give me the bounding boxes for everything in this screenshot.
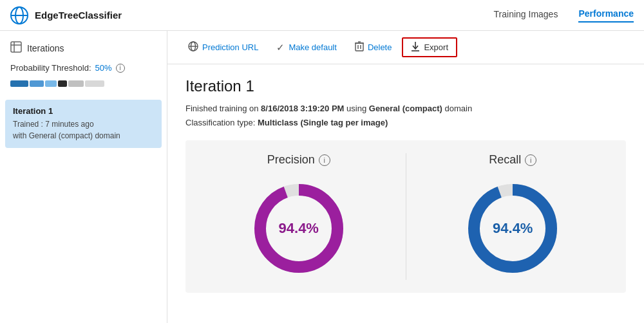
header: EdgeTreeClassifier Training Images Perfo… (0, 0, 644, 31)
threshold-info-icon[interactable]: i (116, 64, 125, 73)
training-info-domain-suffix: domain (442, 104, 472, 113)
training-info-line2: Classification type: Multiclass (Single … (185, 116, 626, 130)
checkmark-icon: ✓ (276, 42, 285, 53)
iteration-card-sub1: Trained : 7 minutes ago (13, 118, 154, 130)
iteration-title: Iteration 1 (185, 77, 626, 95)
nav-performance[interactable]: Performance (578, 8, 634, 23)
delete-label: Delete (368, 42, 392, 52)
globe-icon (188, 41, 198, 53)
training-info-line1: Finished training on 8/16/2018 3:19:20 P… (185, 102, 626, 116)
precision-donut: 94.4% (247, 177, 350, 280)
app-title: EdgeTreeClassifier (35, 10, 122, 21)
app-logo-area: EdgeTreeClassifier (10, 6, 494, 24)
threshold-label: Probability Threshold: (10, 63, 91, 73)
precision-label: Precision (267, 153, 315, 167)
metrics-section: Precision i 94.4% (185, 140, 626, 293)
iteration-card-title: Iteration 1 (13, 106, 154, 116)
main-layout: Iterations Probability Threshold: 50% i … (0, 31, 644, 323)
iterations-icon (10, 41, 22, 55)
bar-seg-1 (10, 80, 28, 87)
export-label: Export (424, 42, 448, 52)
sidebar: Iterations Probability Threshold: 50% i … (0, 31, 167, 323)
recall-label: Recall (489, 153, 521, 167)
recall-donut: 94.4% (461, 177, 564, 280)
prediction-url-button[interactable]: Prediction URL (180, 37, 266, 57)
prediction-url-label: Prediction URL (202, 42, 258, 52)
training-info-classification-prefix: Classification type: (185, 118, 258, 127)
bar-seg-6 (85, 80, 104, 87)
iteration-card-sub2: with General (compact) domain (13, 130, 154, 142)
make-default-label: Make default (289, 42, 336, 52)
sidebar-section-title: Iterations (0, 41, 167, 63)
main-content: Iteration 1 Finished training on 8/16/20… (167, 64, 644, 323)
recall-value: 94.4% (493, 220, 533, 237)
svg-rect-9 (355, 43, 363, 51)
training-info-domain: General (compact) (369, 104, 442, 113)
bar-seg-5 (68, 80, 84, 87)
bar-seg-3 (45, 80, 57, 87)
training-info-using: using (344, 104, 368, 113)
threshold-value: 50% (95, 63, 112, 73)
training-info-prefix: Finished training on (185, 104, 261, 113)
bar-seg-2 (30, 80, 44, 87)
precision-info-icon[interactable]: i (319, 154, 330, 166)
precision-block: Precision i 94.4% (198, 153, 399, 280)
bar-seg-4 (58, 80, 67, 87)
svg-rect-3 (11, 42, 21, 52)
threshold-bar (0, 78, 167, 97)
export-button[interactable]: Export (402, 37, 457, 57)
toolbar: Prediction URL ✓ Make default Delete (167, 31, 644, 64)
app-logo-icon (10, 6, 28, 24)
precision-label-row: Precision i (267, 153, 330, 167)
probability-row: Probability Threshold: 50% i (0, 63, 167, 78)
make-default-button[interactable]: ✓ Make default (269, 38, 344, 57)
iterations-label: Iterations (27, 43, 64, 53)
recall-label-row: Recall i (489, 153, 536, 167)
export-icon (411, 41, 420, 53)
recall-block: Recall i 94.4% (413, 153, 614, 280)
delete-button[interactable]: Delete (347, 37, 400, 57)
content-area: Prediction URL ✓ Make default Delete (167, 31, 644, 323)
iteration-card[interactable]: Iteration 1 Trained : 7 minutes ago with… (5, 100, 162, 148)
training-info-date: 8/16/2018 3:19:20 PM (261, 104, 344, 113)
recall-info-icon[interactable]: i (525, 154, 536, 166)
precision-value: 94.4% (279, 220, 319, 237)
header-nav: Training Images Performance (494, 8, 634, 23)
nav-training-images[interactable]: Training Images (494, 9, 558, 22)
training-info-classification: Multiclass (Single tag per image) (258, 118, 388, 127)
metric-divider (406, 153, 406, 280)
delete-icon (355, 41, 364, 53)
training-info: Finished training on 8/16/2018 3:19:20 P… (185, 102, 626, 130)
